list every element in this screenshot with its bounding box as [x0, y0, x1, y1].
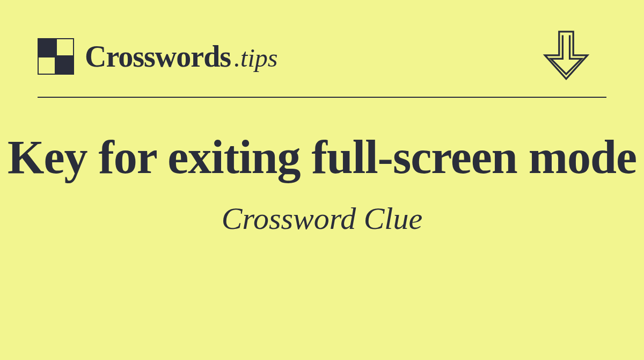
brand-suffix: .tips — [234, 44, 277, 72]
crossword-grid-icon — [38, 38, 74, 75]
brand-text: Crosswords.tips — [85, 39, 277, 74]
logo[interactable]: Crosswords.tips — [38, 38, 277, 75]
header: Crosswords.tips — [0, 0, 644, 86]
clue-title: Key for exiting full-screen mode — [0, 130, 644, 184]
down-arrow-icon[interactable] — [537, 27, 596, 86]
subtitle: Crossword Clue — [0, 200, 644, 236]
brand-name: Crosswords — [85, 40, 231, 73]
main-content: Key for exiting full-screen mode Crosswo… — [0, 98, 644, 236]
